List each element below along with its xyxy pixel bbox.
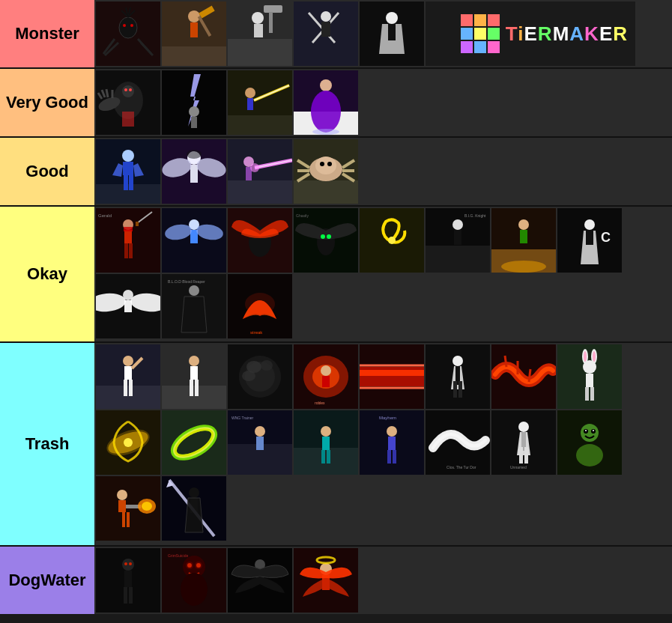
svg-point-238 [117, 490, 127, 500]
tier-item[interactable] [228, 139, 292, 204]
tier-item[interactable] [294, 410, 358, 475]
tier-item[interactable] [228, 1, 292, 66]
tier-item[interactable] [162, 208, 226, 273]
svg-point-60 [312, 129, 339, 135]
svg-text:B.I.G. Knight: B.I.G. Knight [464, 213, 486, 218]
svg-point-93 [327, 162, 332, 166]
tier-item[interactable] [96, 139, 160, 204]
tier-item[interactable] [228, 344, 292, 409]
tier-label-trash: Trash [0, 343, 94, 545]
svg-rect-253 [124, 571, 132, 587]
tier-item[interactable] [294, 1, 358, 66]
tier-item[interactable] [96, 274, 160, 338]
tier-item[interactable]: streak [228, 274, 292, 338]
tier-label-good: Good [0, 138, 94, 205]
tier-item[interactable]: Clos. The Tur Dor [426, 410, 490, 475]
tier-item[interactable]: GrimSuicide [162, 548, 226, 613]
tier-item[interactable] [294, 548, 358, 613]
svg-rect-76 [228, 180, 292, 204]
svg-rect-97 [124, 227, 133, 231]
tier-item[interactable] [491, 344, 556, 409]
svg-rect-21 [254, 24, 263, 37]
svg-rect-71 [190, 165, 198, 183]
tier-item[interactable] [360, 208, 424, 273]
tier-item[interactable] [228, 70, 292, 135]
svg-point-231 [581, 424, 599, 442]
svg-rect-217 [388, 437, 396, 450]
svg-rect-147 [96, 386, 160, 409]
svg-rect-118 [426, 246, 490, 273]
svg-rect-152 [129, 380, 133, 396]
tier-item[interactable]: Mayhem [360, 410, 424, 475]
tier-item[interactable] [228, 208, 292, 273]
tier-item[interactable] [294, 70, 358, 135]
tier-item[interactable]: B.I.G. Knight [426, 208, 490, 273]
svg-rect-254 [124, 587, 127, 604]
svg-point-144 [245, 293, 275, 315]
tier-items-very-good [94, 69, 672, 136]
tier-item[interactable]: WNG Trainer [228, 410, 292, 475]
tier-item[interactable] [228, 548, 292, 613]
tier-item[interactable] [96, 410, 160, 475]
svg-rect-51 [228, 115, 292, 135]
svg-line-40 [106, 89, 108, 97]
tier-item[interactable] [162, 139, 226, 204]
tier-item[interactable]: Unnamed [491, 410, 556, 475]
svg-rect-120 [454, 230, 461, 245]
tier-item[interactable]: roblex [294, 344, 358, 409]
tier-item[interactable] [96, 70, 160, 135]
svg-point-148 [123, 356, 133, 366]
svg-point-206 [255, 426, 265, 437]
tier-item[interactable] [162, 476, 226, 541]
svg-point-113 [327, 234, 331, 239]
tier-item[interactable] [96, 548, 160, 613]
tier-item[interactable]: B.L.O.D Blood Reaper [162, 274, 226, 338]
svg-text:Clos. The Tur Dor: Clos. The Tur Dor [447, 465, 476, 469]
svg-point-262 [187, 563, 192, 568]
tier-item[interactable] [162, 1, 226, 66]
svg-text:Ghastly: Ghastly [296, 213, 309, 218]
tier-item[interactable] [96, 476, 160, 541]
svg-point-256 [124, 562, 127, 565]
svg-rect-200 [162, 410, 226, 475]
tier-item[interactable] [162, 344, 226, 409]
tier-item[interactable] [557, 344, 622, 409]
svg-rect-214 [327, 450, 330, 464]
tier-item[interactable]: C [557, 208, 622, 273]
tier-item[interactable] [96, 1, 160, 66]
tier-item[interactable] [162, 410, 226, 475]
svg-rect-67 [124, 175, 128, 190]
svg-point-126 [501, 261, 546, 273]
svg-rect-125 [520, 230, 527, 243]
svg-rect-83 [294, 180, 358, 204]
svg-point-112 [321, 234, 325, 239]
svg-rect-182 [458, 381, 462, 398]
tier-item[interactable] [491, 208, 556, 273]
svg-point-48 [189, 106, 199, 117]
tier-items-okay: Gerald [94, 207, 672, 341]
svg-text:WNG Trainer: WNG Trainer [231, 416, 254, 420]
tier-item[interactable] [360, 1, 424, 66]
svg-point-168 [321, 365, 331, 376]
svg-point-177 [452, 356, 463, 366]
tier-label-monster: Monster [0, 0, 94, 67]
svg-point-116 [388, 237, 396, 244]
tier-row-okay: Okay Gerald [0, 207, 672, 343]
svg-rect-101 [129, 243, 133, 258]
tier-item[interactable] [96, 344, 160, 409]
svg-rect-100 [124, 243, 128, 258]
tier-item[interactable]: Gerald [96, 208, 160, 273]
svg-point-257 [129, 562, 132, 565]
tier-item[interactable]: Ghastly [294, 208, 358, 273]
tier-item[interactable] [294, 139, 358, 204]
svg-rect-213 [321, 450, 325, 464]
tier-item[interactable] [162, 70, 226, 135]
svg-rect-169 [322, 376, 330, 387]
svg-point-20 [252, 12, 264, 24]
tier-item[interactable] [557, 410, 622, 475]
svg-rect-228 [524, 447, 528, 464]
svg-rect-239 [118, 500, 126, 512]
tier-item[interactable] [360, 344, 424, 409]
tier-item[interactable] [426, 344, 490, 409]
tier-items-good [94, 138, 672, 205]
